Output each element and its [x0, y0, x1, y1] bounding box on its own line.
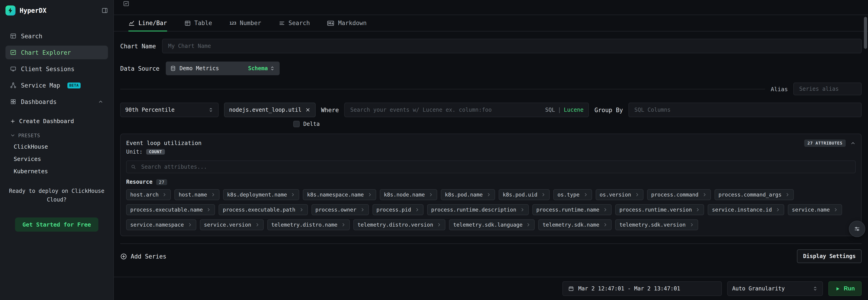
attribute-chip[interactable]: service.version [200, 219, 264, 230]
chart-name-input[interactable] [162, 39, 862, 53]
granularity-select[interactable]: Auto Granularity [727, 281, 823, 296]
aggregation-value: 90th Percentile [125, 107, 175, 113]
line-chart-icon [128, 20, 135, 26]
attribute-name: service.name [792, 207, 830, 213]
attribute-chip[interactable]: telemetry.sdk.language [449, 219, 535, 230]
alias-input[interactable] [793, 83, 862, 95]
attribute-search-input[interactable] [126, 161, 856, 173]
sidebar-item-label: Dashboards [21, 98, 57, 105]
chevron-right-icon [603, 208, 608, 212]
chevron-right-icon [187, 222, 192, 227]
sql-toggle[interactable]: SQL [545, 107, 555, 113]
aggregation-select[interactable]: 90th Percentile [120, 103, 219, 117]
chevron-right-icon [689, 222, 694, 227]
attribute-chip[interactable]: os.type [553, 189, 592, 200]
tab-markdown[interactable]: Markdown [327, 15, 367, 31]
tab-number[interactable]: 123 Number [229, 15, 261, 31]
display-settings-button[interactable]: Display Settings [797, 249, 862, 263]
attribute-chip[interactable]: process.runtime.name [532, 204, 612, 215]
lucene-toggle[interactable]: Lucene [564, 107, 584, 113]
metric-chip[interactable]: nodejs.event_loop.util [224, 103, 316, 117]
tab-search[interactable]: Search [278, 15, 310, 31]
attribute-chip[interactable]: k8s.node.name [380, 189, 437, 200]
attribute-chip[interactable]: k8s.pod.name [441, 189, 495, 200]
chevron-right-icon [299, 208, 304, 212]
attribute-chip[interactable]: process.pid [372, 204, 423, 215]
attribute-chip[interactable]: telemetry.sdk.version [615, 219, 698, 230]
add-series-label: Add Series [131, 253, 166, 260]
attribute-name: os.version [599, 191, 631, 198]
create-dashboard-label: Create Dashboard [19, 118, 74, 125]
bottom-toolbar: Mar 2 12:47:01 - Mar 2 13:47:01 Auto Gra… [114, 277, 868, 300]
attribute-chip[interactable]: service.namespace [126, 219, 196, 230]
data-source-select[interactable]: Demo Metrics Schema [166, 61, 280, 75]
group-by-label: Group By [594, 106, 623, 113]
section-divider [120, 243, 862, 244]
dashboard-grid-icon [10, 99, 17, 105]
attribute-name: os.type [557, 191, 580, 198]
attributes-count-badge: 27 ATTRIBUTES [804, 139, 846, 147]
chevron-right-icon [776, 208, 780, 212]
attribute-chip[interactable]: os.version [595, 189, 644, 200]
attribute-chip[interactable]: service.instance.id [708, 204, 784, 215]
attribute-chip[interactable]: telemetry.sdk.name [538, 219, 612, 230]
attribute-chip[interactable]: service.name [788, 204, 842, 215]
attribute-chip[interactable]: telemetry.distro.name [267, 219, 350, 230]
chevron-right-icon [833, 208, 838, 212]
attribute-chip[interactable]: k8s.deployment.name [223, 189, 299, 200]
metric-panel-controls: 27 ATTRIBUTES [804, 139, 856, 147]
sidebar-item-client-sessions[interactable]: Client Sessions [5, 62, 108, 76]
bolt-icon [7, 7, 14, 14]
attribute-name: k8s.node.name [384, 191, 425, 198]
database-icon [170, 66, 176, 71]
attribute-chip[interactable]: k8s.pod.uid [499, 189, 550, 200]
presets-label: PRESETS [18, 133, 40, 138]
tab-table[interactable]: Table [184, 15, 212, 31]
sidebar-item-chart-explorer[interactable]: Chart Explorer [5, 46, 108, 59]
get-started-button[interactable]: Get Started for Free [15, 217, 98, 231]
chevron-right-icon [207, 208, 211, 212]
attribute-name: telemetry.distro.name [271, 222, 337, 228]
time-range-picker[interactable]: Mar 2 12:47:01 - Mar 2 13:47:01 [562, 281, 721, 296]
attribute-chip[interactable]: host.arch [126, 189, 171, 200]
attribute-chip[interactable]: process.runtime.description [427, 204, 528, 215]
attribute-chip[interactable]: process.executable.name [126, 204, 215, 215]
sidebar-item-service-map[interactable]: Service Map BETA [5, 78, 108, 92]
delta-checkbox[interactable] [293, 121, 300, 127]
add-series-button[interactable]: Add Series [120, 253, 166, 260]
run-button[interactable]: Run [828, 281, 862, 296]
sidebar-preset-item[interactable]: Services [5, 155, 108, 163]
presets-section-toggle[interactable]: PRESETS [5, 133, 108, 138]
schema-link[interactable]: Schema [248, 65, 275, 72]
attribute-chip[interactable]: process.executable.path [219, 204, 308, 215]
chevron-right-icon [695, 208, 700, 212]
attribute-chip[interactable]: process.command_args [714, 189, 794, 200]
group-by-input[interactable] [628, 103, 862, 117]
attribute-name: telemetry.sdk.language [453, 222, 523, 228]
attribute-chip[interactable]: process.command [647, 189, 711, 200]
chart-type-tabs: Line/Bar Table 123 Number Search Markdow… [114, 15, 868, 31]
search-icon [10, 33, 17, 39]
attribute-chip[interactable]: k8s.namespace.name [303, 189, 376, 200]
sidebar-item-label: Service Map [21, 82, 60, 89]
collapse-attributes-button[interactable] [850, 140, 856, 146]
scrollbar-thumb[interactable] [864, 17, 867, 49]
collapse-sidebar-button[interactable] [101, 7, 108, 14]
chevron-right-icon [486, 192, 491, 197]
chart-filters-fab[interactable] [849, 221, 865, 237]
chevron-right-icon [368, 192, 372, 197]
create-dashboard-button[interactable]: Create Dashboard [5, 118, 108, 125]
tab-line-bar[interactable]: Line/Bar [128, 15, 167, 31]
sidebar-item-search[interactable]: Search [5, 29, 108, 43]
attribute-chip[interactable]: process.owner [311, 204, 369, 215]
sidebar-preset-item[interactable]: Kubernetes [5, 167, 108, 175]
attribute-chip[interactable]: host.name [175, 189, 219, 200]
sidebar-item-dashboards[interactable]: Dashboards [5, 95, 108, 109]
attribute-chips: host.arch host.name k8s.deployment.name [126, 189, 856, 230]
sliders-icon [854, 226, 860, 232]
attribute-chip[interactable]: telemetry.distro.version [353, 219, 445, 230]
remove-metric-button[interactable] [305, 107, 311, 113]
attribute-chip[interactable]: process.runtime.version [615, 204, 704, 215]
chevron-right-icon [520, 208, 524, 212]
sidebar-preset-item[interactable]: ClickHouse [5, 143, 108, 151]
